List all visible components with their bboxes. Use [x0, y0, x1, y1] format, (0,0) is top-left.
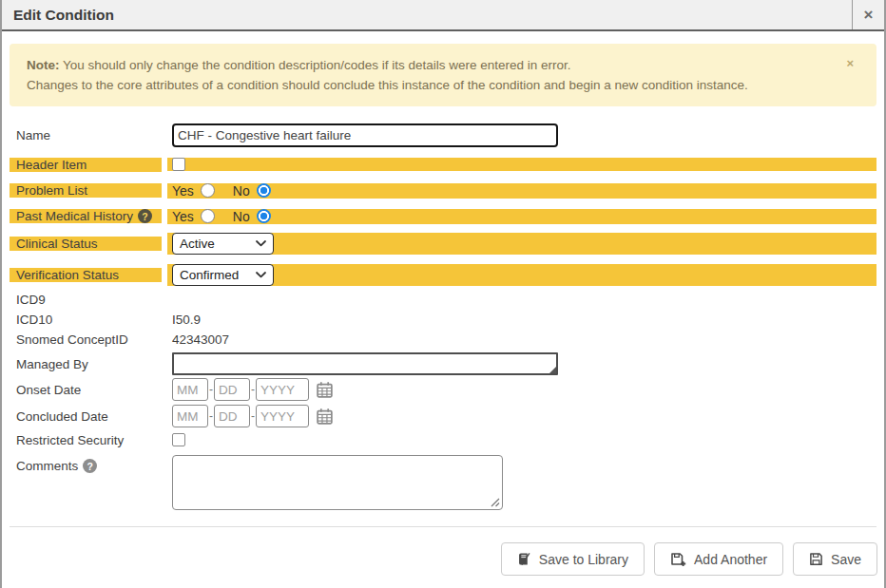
concluded-day-input[interactable] — [214, 405, 250, 427]
date-separator: - — [251, 409, 255, 423]
save-to-library-label: Save to Library — [539, 552, 628, 567]
past-medical-history-row: Past Medical History ? Yes No — [10, 204, 876, 228]
help-icon[interactable]: ? — [83, 459, 97, 473]
comments-textarea[interactable] — [172, 455, 503, 510]
problem-list-label: Problem List — [10, 183, 162, 198]
comments-row: Comments ? — [10, 455, 876, 513]
add-another-label: Add Another — [694, 552, 767, 567]
close-icon: × — [864, 7, 874, 23]
dialog-header: Edit Condition × — [2, 0, 884, 31]
date-separator: - — [251, 383, 255, 396]
restricted-security-row: Restricted Security — [10, 429, 876, 450]
header-item-checkbox[interactable] — [172, 158, 185, 171]
chevron-down-icon — [256, 272, 266, 278]
onset-month-input[interactable] — [172, 378, 208, 401]
note-label: Note: — [27, 58, 60, 72]
save-plus-icon — [670, 552, 686, 567]
snomed-row: Snomed ConceptID 42343007 — [10, 330, 876, 350]
name-row: Name — [10, 121, 876, 149]
icd9-row: ICD9 — [10, 290, 876, 310]
note-line1-text: You should only change the condition des… — [60, 58, 571, 72]
problem-list-no-label: No — [233, 183, 250, 199]
onset-date-row: Onset Date - - — [10, 376, 876, 403]
save-label: Save — [831, 552, 861, 567]
condition-form: Name Header Item Problem List Yes No — [2, 121, 884, 513]
clinical-status-value: Active — [180, 237, 256, 251]
note-banner: Note: You should only change the conditi… — [10, 44, 876, 106]
comments-label: Comments — [16, 459, 78, 473]
verification-status-value: Confirmed — [180, 268, 256, 282]
onset-day-input[interactable] — [214, 378, 250, 401]
verification-status-select[interactable]: Confirmed — [172, 264, 274, 286]
pmh-yes-radio[interactable] — [201, 209, 215, 223]
icd9-label: ICD9 — [10, 293, 162, 307]
verification-status-row: Verification Status Confirmed — [10, 262, 876, 288]
header-item-label: Header Item — [10, 158, 162, 172]
name-input[interactable] — [172, 123, 558, 147]
header-item-row: Header Item — [10, 153, 876, 176]
help-icon[interactable]: ? — [138, 209, 152, 223]
restricted-security-label: Restricted Security — [10, 433, 162, 447]
past-medical-history-label: Past Medical History — [16, 209, 133, 223]
note-dismiss-icon[interactable]: × — [846, 57, 854, 69]
pmh-yes-label: Yes — [172, 209, 194, 224]
restricted-security-checkbox[interactable] — [172, 433, 185, 446]
icd10-label: ICD10 — [10, 313, 162, 327]
save-to-library-button[interactable]: Save to Library — [501, 542, 645, 576]
edit-condition-dialog: Edit Condition × Note: You should only c… — [0, 0, 886, 588]
close-button[interactable]: × — [852, 0, 884, 29]
note-line1: Note: You should only change the conditi… — [27, 55, 838, 75]
problem-list-yes-label: Yes — [172, 183, 194, 199]
add-another-button[interactable]: Add Another — [654, 542, 783, 576]
snomed-label: Snomed ConceptID — [10, 332, 162, 347]
managed-by-input[interactable] — [172, 352, 558, 375]
problem-list-yes-radio[interactable] — [201, 183, 215, 198]
save-button[interactable]: Save — [793, 542, 877, 576]
managed-by-label: Managed By — [10, 357, 162, 371]
onset-date-label: Onset Date — [10, 383, 162, 397]
chevron-down-icon — [256, 240, 266, 247]
verification-status-label: Verification Status — [10, 268, 162, 282]
clinical-status-select[interactable]: Active — [172, 233, 274, 255]
onset-calendar-icon[interactable] — [316, 381, 334, 399]
resize-grip — [172, 352, 558, 375]
clinical-status-row: Clinical Status Active — [10, 231, 876, 256]
problem-list-row: Problem List Yes No — [10, 179, 876, 202]
resize-grip-icon[interactable] — [491, 498, 500, 507]
concluded-month-input[interactable] — [172, 405, 208, 427]
footer-buttons: Save to Library Add Another Save — [2, 527, 884, 576]
concluded-year-input[interactable] — [256, 405, 309, 427]
note-line2: Changes to the core attributes of a cond… — [27, 75, 838, 95]
managed-by-row: Managed By — [10, 351, 876, 376]
icd10-value: I50.9 — [167, 313, 876, 327]
onset-year-input[interactable] — [256, 378, 309, 401]
clinical-status-label: Clinical Status — [10, 237, 162, 251]
concluded-calendar-icon[interactable] — [316, 408, 334, 426]
name-label: Name — [10, 128, 162, 142]
page-title: Edit Condition — [2, 0, 852, 29]
date-separator: - — [209, 409, 213, 423]
concluded-date-row: Concluded Date - - — [10, 403, 876, 429]
pmh-no-label: No — [233, 209, 250, 224]
icd10-row: ICD10 I50.9 — [10, 310, 876, 330]
snomed-value: 42343007 — [167, 332, 876, 347]
pmh-no-radio[interactable] — [257, 209, 271, 223]
concluded-date-label: Concluded Date — [10, 409, 162, 424]
save-icon — [809, 552, 823, 566]
book-icon — [517, 552, 531, 566]
date-separator: - — [209, 383, 213, 396]
problem-list-no-radio[interactable] — [257, 183, 271, 198]
